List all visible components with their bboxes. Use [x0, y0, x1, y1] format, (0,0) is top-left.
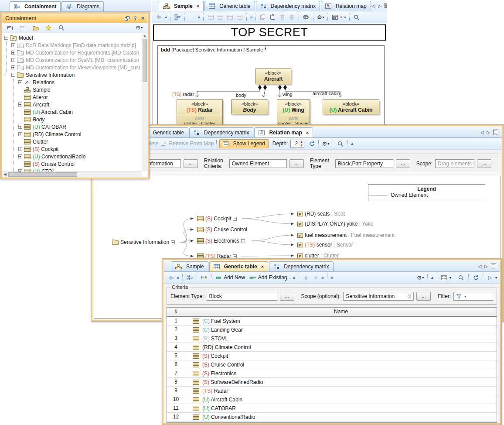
block-aircraft-cabin[interactable]: «block»(U) Aircraft Cabin — [323, 99, 379, 114]
scrollbar-thumb[interactable] — [143, 39, 147, 82]
table-row[interactable]: 5(S) Cockpit — [167, 352, 497, 360]
expand-expander-icon[interactable]: + — [18, 147, 22, 151]
element-type-field[interactable]: Block,Part Property — [335, 159, 393, 168]
scrollbar-thumb[interactable] — [8, 172, 77, 177]
favorites-star-icon[interactable] — [44, 24, 53, 32]
overflow-chevron-icon[interactable]: » — [321, 275, 324, 280]
expand-expander-icon[interactable]: + — [18, 154, 22, 158]
table-row[interactable]: 7(S) Electronics — [167, 369, 497, 378]
horizontal-scrollbar[interactable]: ◀ — [2, 171, 142, 177]
tree-item[interactable]: +LDoD Data Markings [DoD data markings.m… — [2, 41, 142, 49]
window-layout-icon[interactable] — [330, 13, 339, 21]
expand-expander-icon[interactable]: + — [18, 80, 22, 84]
add-new-button[interactable]: Add New — [224, 274, 245, 281]
tree-item[interactable]: Body — [2, 116, 142, 123]
relation-map-node[interactable]: P(RD) seats : Seat — [297, 210, 345, 217]
expand-expander-icon[interactable]: + — [18, 125, 22, 129]
overflow-chevron-icon[interactable]: » — [330, 275, 334, 280]
tree-item[interactable]: +(U) ConventionalRadio — [2, 153, 142, 160]
collapse-expander-icon[interactable]: − — [241, 239, 245, 243]
refresh-icon[interactable] — [307, 140, 316, 148]
tab-generic-table[interactable]: Generic table — [204, 1, 255, 11]
table-row[interactable]: 9(TS) Radar — [167, 387, 497, 395]
scroll-up-icon[interactable]: ▲ — [142, 33, 147, 38]
relation-map-node[interactable]: Pfuel measurement : Fuel measurement — [297, 232, 395, 239]
table-header[interactable]: # Name — [167, 308, 497, 317]
tree-item[interactable]: Sample — [2, 86, 142, 93]
expand-expander-icon[interactable]: + — [11, 65, 15, 69]
scope-more-button[interactable]: ... — [416, 292, 431, 301]
element-type-field[interactable]: Block — [207, 292, 277, 301]
tree-item[interactable]: Aileror — [2, 93, 142, 101]
relation-criteria-field[interactable]: Owned Element — [229, 159, 287, 168]
expand-expander-icon[interactable]: + — [18, 132, 22, 136]
refresh-icon[interactable] — [471, 274, 480, 282]
tab-dependency-matrix[interactable]: Dependency matrix — [189, 127, 253, 137]
table-row[interactable]: 2(C) Landing Gear — [167, 326, 497, 334]
overflow-chevron-icon[interactable]: » — [197, 14, 201, 20]
scroll-tabs-right-icon[interactable]: ▷ — [487, 130, 490, 135]
add-new-icon[interactable] — [214, 274, 223, 282]
add-existing-icon[interactable] — [249, 274, 257, 282]
containment-tree-icon[interactable] — [173, 13, 182, 21]
diagram-canvas[interactable]: bdd [Package] Sensitive Information [ Sa… — [153, 41, 386, 127]
relation-map-node[interactable]: Sensitive Information− — [112, 239, 175, 246]
search-icon[interactable] — [57, 24, 65, 32]
overflow-chevron-icon[interactable]: » — [293, 275, 296, 280]
collapse-expander-icon[interactable]: − — [233, 217, 237, 221]
tab-containment[interactable]: Containment — [10, 1, 61, 11]
table-row[interactable]: 10(U) Aircraft Cabin — [167, 395, 497, 404]
overflow-chevron-icon[interactable]: » — [164, 14, 167, 20]
show-legend-button[interactable]: Show Legend — [219, 139, 268, 148]
tab-sample[interactable]: Sample — [171, 261, 208, 271]
block-body[interactable]: «block»Body — [231, 99, 268, 114]
scope-more-button[interactable]: ... — [477, 159, 491, 168]
collapse-expander-icon[interactable]: − — [4, 36, 8, 40]
options-gear-icon[interactable]: ⚙▾ — [316, 13, 325, 21]
depth-spinner[interactable]: 2 ▲▼ — [290, 140, 304, 148]
context-more-button[interactable]: ... — [184, 159, 198, 168]
options-gear-icon[interactable]: ⚙▾ — [321, 140, 330, 148]
vertical-scrollbar[interactable]: ▲ — [142, 33, 147, 171]
relation-map-node[interactable]: P(DISPLAY ONLY) yoke : Yoke — [297, 220, 373, 227]
element-type-more-button[interactable]: ... — [280, 292, 294, 301]
open-diagram-icon[interactable] — [31, 24, 40, 32]
expand-expander-icon[interactable]: + — [11, 43, 15, 47]
expand-expander-icon[interactable]: + — [11, 58, 15, 62]
expand-expander-icon[interactable]: + — [11, 51, 15, 55]
search-icon[interactable] — [336, 140, 344, 148]
tree-item[interactable]: +(S) Cockpit — [2, 145, 142, 153]
block-wing[interactable]: «block»(U) Wingpartsspoler : Spoler — [277, 99, 310, 127]
columns-icon[interactable] — [440, 274, 449, 282]
panel-options-gear-icon[interactable]: ⚙▾ — [135, 24, 143, 32]
tree-item[interactable]: +MD Customization for ViewsViewpoints [M… — [2, 64, 142, 71]
table-row[interactable]: 6(S) Cruise Control — [167, 360, 497, 369]
collapse-criteria-icon[interactable]: ▲ — [350, 141, 354, 146]
table-row[interactable]: 8(S) SoftwareDefinedRadio — [167, 378, 497, 387]
search-icon[interactable] — [352, 13, 361, 21]
spin-down-icon[interactable]: ▼ — [299, 144, 304, 147]
tree-item[interactable]: −Model — [2, 34, 142, 41]
scope-field[interactable]: Drag elements from th — [435, 159, 474, 168]
scroll-tabs-left-icon[interactable]: ◁ — [478, 264, 482, 269]
add-existing-button[interactable]: Add Existing... — [258, 274, 292, 281]
legend-box[interactable]: Legend Owned Element — [368, 184, 485, 201]
relation-criteria-more-button[interactable]: ... — [289, 159, 304, 168]
collapse-expander-icon[interactable]: − — [171, 240, 175, 244]
scroll-left-icon[interactable]: ◀ — [2, 172, 8, 177]
tab-generic-table[interactable]: Generic table× — [209, 261, 268, 271]
diagram-structure-icon[interactable] — [187, 13, 196, 21]
filter-field[interactable]: ▾ — [453, 292, 493, 301]
expand-expander-icon[interactable]: + — [18, 103, 22, 106]
tree-item[interactable]: (S) Cruise Control — [2, 160, 142, 168]
table-row[interactable]: 3(R) STOVL — [167, 334, 497, 343]
table-row[interactable]: 12(U) ConventionalRadio — [167, 413, 497, 422]
overflow-chevron-icon[interactable]: » — [176, 275, 180, 280]
tab-diagrams[interactable]: Diagrams — [61, 1, 103, 11]
tab-list-icon[interactable] — [385, 3, 387, 9]
close-tab-icon[interactable]: × — [261, 264, 264, 269]
tree-item[interactable]: +MD Customization for SysML [MD_customiz… — [2, 56, 142, 64]
table-row[interactable]: 11(U) CATOBAR — [167, 404, 497, 413]
tab-list-icon[interactable] — [493, 130, 498, 135]
tab-relation-map[interactable]: Relation map× — [254, 127, 313, 137]
